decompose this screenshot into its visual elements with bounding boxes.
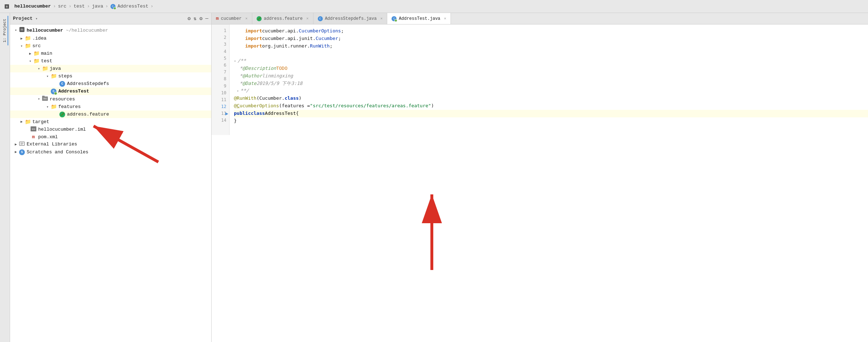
code-line-6: * @Description TODO — [234, 65, 868, 72]
tree-label-addressstepdefs: AddressStepdefs — [67, 81, 109, 86]
module-icon-hellocucumber: m — [19, 27, 25, 34]
settings-icon[interactable]: ⚙ — [199, 15, 202, 22]
line-num-10: 10 — [217, 90, 226, 96]
module-icon: m — [4, 4, 11, 9]
tree-item-addresstest[interactable]: C AddressTest — [10, 87, 211, 95]
tree-item-resources[interactable]: ▾ res resources — [10, 95, 211, 103]
tab-cucumber[interactable]: m cucumber × — [212, 13, 252, 24]
panel-toolbar: Project ▾ ⚙ ⇅ ⚙ — — [10, 13, 211, 24]
tab-cucumber-close[interactable]: × — [245, 17, 248, 21]
breadcrumb-hellocucumber: hellocucumber — [14, 4, 51, 9]
line-num-8: 8 — [217, 76, 226, 82]
tree-label-extlibs: External Libraries — [27, 141, 77, 147]
svg-text:res: res — [43, 97, 47, 100]
arrow-test: ▾ — [27, 59, 33, 63]
tree-label-scratches: Scratches and Consoles — [27, 149, 89, 155]
tree-item-scratches[interactable]: ▶ S Scratches and Consoles — [10, 148, 211, 156]
folder-icon-target: 📁 — [24, 119, 31, 125]
arrow-hellocucumber: ▾ — [13, 28, 19, 32]
tree-label-iml: hellocucumber.iml — [38, 127, 86, 132]
line-num-7: 7 — [217, 69, 226, 76]
breadcrumb-addresstest-icon: C — [110, 4, 116, 9]
maven-icon: m — [30, 134, 37, 140]
line-num-9: 9 — [217, 83, 226, 90]
tab-addressstepdefs-close[interactable]: × — [380, 17, 383, 21]
tree-label-src: src — [32, 43, 41, 49]
tab-addressstepdefs[interactable]: C AddressStepdefs.java × — [313, 13, 388, 24]
code-line-4 — [234, 50, 868, 57]
tree-item-extlibs[interactable]: ▶ External Libraries — [10, 140, 211, 148]
code-line-10: @RunWith ( Cucumber . class ) — [234, 95, 868, 102]
tree-label-java: java — [50, 66, 61, 71]
line-num-14: 14 — [217, 117, 226, 124]
code-editor[interactable]: 1 2 3 4 5 6 7 8 9 10 11 12 13 14 — [212, 24, 868, 135]
arrow-extlibs: ▶ — [13, 142, 19, 147]
tree-item-features[interactable]: ▾ 📁 features — [10, 103, 211, 111]
arrow-main: ▶ — [27, 51, 33, 56]
tree-item-main[interactable]: ▶ 📁 main — [10, 50, 211, 57]
folder-icon-test: 📁 — [33, 58, 40, 64]
tree-label-addressfeature: address.feature — [67, 112, 109, 117]
tab-addressfeature-close[interactable]: × — [306, 17, 309, 21]
arrow-java: ▾ — [36, 67, 42, 71]
line-num-1: 1 — [217, 27, 226, 34]
tree-item-addressfeature[interactable]: 🥒 address.feature — [10, 111, 211, 118]
arrow-idea: ▶ — [19, 36, 24, 41]
line-num-3: 3 — [217, 41, 226, 48]
class-icon-addresstest: C — [50, 88, 57, 94]
code-lines: import cucumber.api. CucumberOptions ; i… — [230, 24, 868, 135]
tree-item-target[interactable]: ▶ 📁 target — [10, 118, 211, 126]
tab-addresstest[interactable]: C AddressTest.java × — [387, 13, 451, 24]
tree-item-pomxml[interactable]: m pom.xml — [10, 134, 211, 140]
tree-item-hellocucumber[interactable]: ▾ m hellocucumber ~/hellocucumber — [10, 26, 211, 35]
tree-label-target: target — [32, 119, 49, 125]
tree-item-addressstepdefs[interactable]: C AddressStepdefs — [10, 80, 211, 87]
code-line-7: * @Author linmingxing — [234, 72, 868, 80]
code-line-12: ▶ public class AddressTest { — [234, 110, 868, 117]
class-icon-addressstepdefs: C — [59, 81, 65, 87]
run-indicator: ▶ — [225, 109, 228, 117]
tab-addressfeature[interactable]: 🥒 address.feature × — [252, 13, 313, 24]
tab-addressfeature-label: address.feature — [264, 16, 303, 21]
arrow-src: ▾ — [19, 44, 24, 48]
code-line-2: import cucumber.api.junit. Cucumber ; — [234, 35, 868, 42]
collapse-icon[interactable]: ⇅ — [194, 15, 196, 22]
folder-icon-steps: 📁 — [50, 73, 57, 79]
tabs-bar: m cucumber × 🥒 address.feature × C Addre… — [212, 13, 868, 24]
arrow-scratches: ▶ — [13, 150, 19, 154]
project-tab-label[interactable]: 1: Project — [2, 16, 8, 45]
code-line-8: * @Date 2019/5/9 下午3:18 — [234, 80, 868, 87]
editor-area: m cucumber × 🥒 address.feature × C Addre… — [212, 13, 868, 342]
tree-item-idea[interactable]: ▶ 📁 .idea — [10, 35, 211, 42]
tab-addresstest-label: AddressTest.java — [399, 16, 440, 21]
tree-label-steps: steps — [58, 73, 72, 79]
arrow-target: ▶ — [19, 120, 24, 124]
toolbar-icons: ⚙ ⇅ ⚙ — — [187, 15, 208, 22]
svg-text:m: m — [21, 28, 23, 31]
line-num-11: 11 — [217, 96, 226, 103]
svg-rect-5 — [42, 96, 45, 97]
code-line-11: @ C ucumberOptions (features = "src/test… — [234, 102, 868, 110]
title-bar: m hellocucumber › src › test › java › C … — [0, 0, 868, 13]
gear-icon[interactable]: ⚙ — [187, 15, 190, 22]
editor-wrapper: 1 2 3 4 5 6 7 8 9 10 11 12 13 14 — [212, 24, 868, 342]
line-num-2: 2 — [217, 34, 226, 41]
minimize-icon[interactable]: — — [205, 15, 208, 22]
tree-item-steps[interactable]: ▾ 📁 steps — [10, 72, 211, 80]
arrow-features: ▾ — [45, 105, 50, 109]
tree-item-test[interactable]: ▾ 📁 test — [10, 57, 211, 65]
svg-text:iml: iml — [32, 128, 35, 130]
tree-item-java[interactable]: ▾ 📁 java — [10, 65, 211, 72]
panel-title-arrow[interactable]: ▾ — [36, 17, 38, 21]
tab-addressstepdefs-icon: C — [318, 16, 323, 21]
side-panel: 1: Project — [0, 13, 10, 342]
tree-item-iml[interactable]: iml hellocucumber.iml — [10, 126, 211, 134]
tab-addresstest-close[interactable]: × — [444, 17, 447, 21]
tree-item-src[interactable]: ▾ 📁 src — [10, 42, 211, 50]
line-num-5: 5 — [217, 55, 226, 62]
panel-title: Project — [13, 16, 33, 21]
line-num-4: 4 — [217, 48, 226, 55]
svg-text:m: m — [6, 5, 8, 8]
breadcrumb-java: java — [92, 4, 103, 9]
breadcrumb-addresstest: AddressTest — [118, 4, 149, 9]
